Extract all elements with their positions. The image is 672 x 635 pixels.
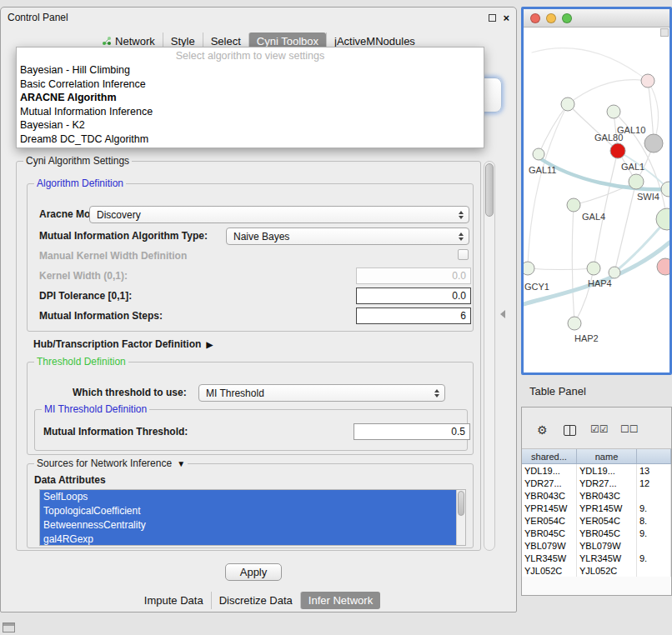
manual-kernel-width-label: Manual Kernel Width Definition (39, 250, 187, 262)
attribute-item[interactable]: SelfLoops (40, 490, 456, 504)
network-node[interactable] (657, 258, 669, 275)
network-canvas[interactable]: GAL80GAL10GAL11GAL1SWI4GAL4GCY1HAP4HAP2 (524, 28, 669, 372)
algorithm-popup-placeholder: Select algorithm to view settings (17, 49, 484, 63)
minimize-traffic-light-icon[interactable] (546, 13, 556, 23)
table-cell (637, 539, 671, 552)
table-row[interactable]: YBL079WYBL079W (522, 539, 671, 552)
hub-definition-toggle[interactable]: Hub/Transcription Factor Definition ▶ (33, 338, 213, 350)
network-node[interactable] (524, 262, 534, 275)
aracne-mode-value: Discovery (97, 209, 141, 221)
mi-algorithm-type-value: Naive Bayes (233, 231, 289, 242)
table-cell: 9. (637, 502, 671, 514)
column-layout-icon[interactable] (564, 425, 576, 436)
settings-scrollbar-thumb[interactable] (485, 163, 494, 217)
close-traffic-light-icon[interactable] (530, 13, 540, 23)
panel-collapse-arrow-icon[interactable] (500, 310, 505, 318)
which-threshold-select[interactable]: MI Threshold (198, 384, 445, 402)
attribute-item[interactable]: gal4RGexp (40, 532, 456, 546)
algorithm-option-basic-correlation-inference[interactable]: Basic Correlation Inference (17, 78, 484, 92)
apply-button[interactable]: Apply (225, 563, 282, 581)
deselect-all-checkbox-icon[interactable]: ☐☐ (620, 424, 639, 434)
attribute-item[interactable]: BetweennessCentrality (40, 518, 456, 532)
mi-steps-field[interactable]: 6 (356, 308, 471, 324)
mi-threshold-label: Mutual Information Threshold: (43, 426, 188, 438)
network-scroll-corner (660, 28, 669, 37)
table-row[interactable]: YBR045CYBR045C9. (522, 527, 671, 539)
zoom-traffic-light-icon[interactable] (562, 13, 572, 23)
threshold-definition-group: Threshold Definition Which threshold to … (27, 362, 474, 455)
network-node[interactable] (587, 262, 600, 275)
float-window-icon[interactable] (489, 14, 496, 22)
list-scrollbar[interactable] (456, 490, 465, 545)
table-row[interactable]: YLR345WYLR345W9. (522, 552, 671, 564)
algorithm-option-bayesian-k2[interactable]: Bayesian - K2 (17, 118, 484, 132)
network-icon (102, 36, 112, 46)
algorithm-option-dream8-dc-tdc-algorithm[interactable]: Dream8 DC_TDC Algorithm (17, 132, 484, 147)
table-cell: YER054C (577, 514, 637, 527)
network-node[interactable] (641, 74, 654, 88)
algorithm-option-mutual-information-inference[interactable]: Mutual Information Inference (17, 105, 484, 119)
combo-arrows-icon (434, 389, 444, 398)
table-row[interactable]: YPR145WYPR145W9. (522, 502, 671, 514)
network-edge (574, 268, 594, 323)
network-node[interactable] (644, 134, 663, 152)
settings-gear-icon[interactable]: ⚙ (537, 424, 548, 436)
mi-algorithm-type-select[interactable]: Naive Bayes (226, 228, 469, 245)
mi-threshold-field[interactable]: 0.5 (354, 423, 470, 440)
which-threshold-value: MI Threshold (206, 388, 264, 399)
manual-kernel-width-checkbox[interactable] (458, 249, 469, 260)
table-row[interactable]: YER054CYER054C8. (522, 514, 671, 527)
list-scrollbar-thumb[interactable] (458, 491, 464, 516)
node-label: GAL4 (582, 212, 605, 222)
bottom-tab-bar: Impute DataDiscretize DataInfer Network (1, 590, 516, 610)
network-node[interactable] (609, 267, 620, 278)
mi-steps-label: Mutual Information Steps: (39, 310, 163, 322)
cyni-settings-group-title: Cyni Algorithm Settings (23, 155, 132, 167)
network-node[interactable] (561, 98, 574, 111)
sources-group: Sources for Network Inference ▼ Data Att… (27, 463, 474, 548)
node-label: GAL1 (621, 162, 644, 172)
table-cell: YDL19... (522, 464, 577, 477)
minimized-window-icon[interactable] (3, 622, 15, 632)
column-header-name[interactable]: name (577, 449, 637, 463)
network-node[interactable] (567, 198, 580, 212)
table-row[interactable]: YJL052CYJL052C (522, 564, 671, 577)
bottom-tab-impute-data[interactable]: Impute Data (137, 592, 211, 609)
network-view-window: GAL80GAL10GAL11GAL1SWI4GAL4GCY1HAP4HAP2 (521, 7, 672, 375)
table-cell: YBR045C (577, 527, 637, 539)
network-node[interactable] (656, 208, 669, 230)
algorithm-option-bayesian-hill-climbing[interactable]: Bayesian - Hill Climbing (17, 63, 484, 78)
table-cell: 8. (637, 514, 671, 527)
attribute-item[interactable]: TopologicalCoefficient (40, 504, 456, 518)
network-node[interactable] (629, 174, 644, 189)
node-label: SWI4 (637, 192, 659, 202)
bottom-tab-discretize-data[interactable]: Discretize Data (211, 592, 300, 609)
algorithm-option-aracne-algorithm[interactable]: ARACNE Algorithm (17, 91, 484, 105)
kernel-width-field[interactable]: 0.0 (356, 268, 471, 284)
network-node[interactable] (607, 105, 620, 118)
select-all-checkbox-icon[interactable]: ☑☑ (590, 424, 609, 434)
table-cell (637, 489, 671, 502)
table-cell: YJL052C (522, 564, 577, 577)
column-header-extra[interactable] (637, 449, 671, 463)
dpi-tolerance-field[interactable]: 0.0 (356, 288, 471, 304)
table-row[interactable]: YDR27...YDR27...12 (522, 477, 671, 489)
network-node[interactable] (568, 317, 581, 330)
data-attributes-label: Data Attributes (34, 474, 106, 486)
table-cell: YPR145W (522, 502, 577, 514)
table-cell: YLR345W (522, 552, 577, 564)
tab-label: Cyni Toolbox (257, 35, 318, 48)
node-label: GCY1 (524, 282, 549, 292)
network-node[interactable] (610, 143, 625, 158)
table-cell: 12 (637, 477, 671, 489)
sources-group-title[interactable]: Sources for Network Inference ▼ (34, 458, 188, 469)
bottom-tab-infer-network[interactable]: Infer Network (300, 592, 380, 609)
close-icon[interactable]: × (503, 12, 509, 23)
column-header-shared[interactable]: shared... (522, 449, 577, 463)
network-edge (528, 104, 568, 268)
table-row[interactable]: YBR043CYBR043C (522, 489, 671, 502)
settings-scrollbar[interactable] (484, 161, 495, 551)
table-row[interactable]: YDL19...YDL19...13 (522, 464, 671, 477)
network-node[interactable] (533, 148, 544, 160)
aracne-mode-select[interactable]: Discovery (89, 206, 469, 223)
